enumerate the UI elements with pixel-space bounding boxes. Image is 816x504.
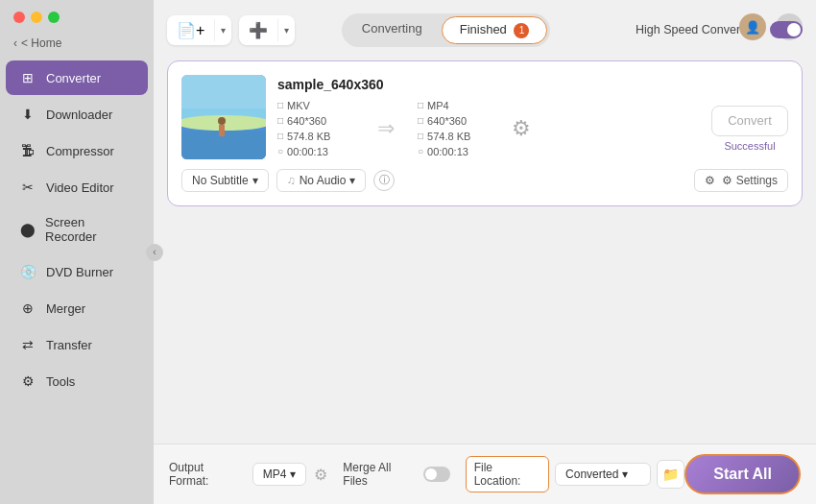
output-size-icon: □ <box>418 131 423 141</box>
input-duration: ○ 00:00:13 <box>277 146 354 157</box>
folder-icon: 📁 <box>662 467 679 482</box>
audio-value: No Audio <box>300 174 347 187</box>
svg-rect-7 <box>181 75 266 108</box>
sidebar-item-video-editor[interactable]: ✂ Video Editor <box>6 170 148 204</box>
plus-icon: ➕ <box>239 15 277 45</box>
svg-rect-6 <box>219 125 225 136</box>
sidebar-item-compressor[interactable]: 🗜 Compressor <box>6 133 148 168</box>
settings-button[interactable]: ⚙ ⚙ Settings <box>694 169 788 192</box>
file-location-chevron-icon: ▾ <box>622 468 628 481</box>
output-resolution: □ 640*360 <box>418 115 494 127</box>
sidebar-item-label: Merger <box>46 301 85 316</box>
sidebar-item-label: Downloader <box>46 108 112 122</box>
sidebar-item-label: Compressor <box>46 144 114 158</box>
svg-point-5 <box>218 117 226 125</box>
user-avatar[interactable]: 👤 <box>739 13 766 40</box>
audio-dropdown[interactable]: ♫ No Audio ▾ <box>276 169 367 192</box>
output-format-value: MP4 <box>427 100 449 111</box>
file-meta: □ MKV □ 640*360 □ 574.8 KB ○ <box>277 100 788 157</box>
start-all-button[interactable]: Start All <box>684 454 801 494</box>
minimize-button[interactable] <box>31 12 42 23</box>
transfer-icon: ⇄ <box>19 336 36 353</box>
sidebar-item-converter[interactable]: ⊞ Converter <box>6 60 148 95</box>
input-resolution-value: 640*360 <box>287 115 326 127</box>
sidebar-item-downloader[interactable]: ⬇ Downloader <box>6 97 148 132</box>
compressor-icon: 🗜 <box>19 142 36 159</box>
audio-chevron-icon: ▾ <box>349 174 355 187</box>
subtitle-dropdown[interactable]: No Subtitle ▾ <box>181 169 269 192</box>
home-link[interactable]: ‹ < Home <box>0 33 154 60</box>
add-chevron-icon: ▾ <box>277 19 295 41</box>
add-file-button[interactable]: 📄+ ▾ <box>167 15 231 45</box>
file-location-value: Converted <box>565 468 618 481</box>
open-folder-button[interactable]: 📁 <box>657 460 684 489</box>
tab-finished-label: Finished <box>460 22 507 36</box>
convert-button[interactable]: Convert <box>711 106 788 136</box>
bottom-left-controls: Output Format: MP4 ▾ ⚙ Merge All Files F… <box>169 456 684 492</box>
sidebar-item-label: Tools <box>46 374 75 389</box>
file-location-label: File Location: <box>466 456 549 492</box>
tools-icon: ⚙ <box>19 372 36 390</box>
format-icon: □ <box>277 100 283 110</box>
output-format-group: Output Format: MP4 ▾ ⚙ <box>169 461 327 488</box>
audio-wave-icon: ♫ <box>287 174 296 187</box>
output-format-select[interactable]: MP4 ▾ <box>252 463 307 486</box>
output-duration: ○ 00:00:13 <box>418 146 494 157</box>
convert-arrow: ⇒ <box>362 116 410 141</box>
dvd-burner-icon: 💿 <box>19 263 36 280</box>
size-icon: □ <box>277 131 283 141</box>
file-info: sample_640x360 □ MKV □ 640*360 □ <box>277 77 788 157</box>
maximize-button[interactable] <box>48 12 60 23</box>
video-editor-icon: ✂ <box>19 179 36 196</box>
traffic-lights <box>0 0 154 33</box>
merge-toggle[interactable] <box>423 467 450 482</box>
add-file-icon: 📄+ <box>167 15 214 45</box>
add-button[interactable]: ➕ ▾ <box>239 15 295 45</box>
main-content: 👤 🔔 📄+ ▾ ➕ ▾ Converting Finished 1 <box>154 0 816 504</box>
settings-label: ⚙ Settings <box>722 174 778 187</box>
converter-icon: ⊞ <box>19 69 36 86</box>
high-speed-toggle[interactable] <box>770 21 803 38</box>
sidebar-item-screen-recorder[interactable]: ⬤ Screen Recorder <box>6 206 148 252</box>
output-settings-icon-area: ⚙ <box>502 116 540 141</box>
screen-recorder-icon: ⬤ <box>19 221 36 238</box>
format-chevron-icon: ▾ <box>290 468 296 481</box>
top-bar: 📄+ ▾ ➕ ▾ Converting Finished 1 High Spee… <box>167 13 803 47</box>
sidebar-item-transfer[interactable]: ⇄ Transfer <box>6 327 148 362</box>
file-location-group: File Location: Converted ▾ 📁 <box>466 456 685 492</box>
sidebar-item-label: Video Editor <box>46 180 114 195</box>
chevron-left-icon: ‹ <box>13 36 17 50</box>
format-select-value: MP4 <box>263 468 287 481</box>
input-meta: □ MKV □ 640*360 □ 574.8 KB ○ <box>277 100 354 157</box>
output-resolution-icon: □ <box>418 115 423 126</box>
sidebar-item-tools[interactable]: ⚙ Tools <box>6 364 148 398</box>
input-format-value: MKV <box>287 100 310 111</box>
sidebar-item-label: DVD Burner <box>46 265 113 279</box>
output-format-label: Output Format: <box>169 461 245 488</box>
collapse-sidebar-button[interactable]: ‹ <box>146 244 163 261</box>
downloader-icon: ⬇ <box>19 106 36 123</box>
output-clock-icon: ○ <box>418 146 423 156</box>
tab-finished[interactable]: Finished 1 <box>442 16 548 44</box>
format-settings-icon[interactable]: ⚙ <box>314 466 327 484</box>
arrow-icon: ⇒ <box>377 116 395 141</box>
close-button[interactable] <box>13 12 25 23</box>
sidebar-item-label: Screen Recorder <box>45 215 134 244</box>
output-format: □ MP4 <box>418 100 494 111</box>
output-gear-icon: ⚙ <box>512 116 531 141</box>
sidebar-item-dvd-burner[interactable]: 💿 DVD Burner <box>6 254 148 289</box>
subtitle-value: No Subtitle <box>192 174 249 187</box>
sidebar-item-label: Converter <box>46 71 101 85</box>
info-button[interactable]: ⓘ <box>373 170 395 191</box>
home-label: < Home <box>21 36 61 50</box>
input-duration-value: 00:00:13 <box>287 146 328 157</box>
tab-converting[interactable]: Converting <box>345 16 440 44</box>
file-location-select[interactable]: Converted ▾ <box>555 463 651 486</box>
tab-group: Converting Finished 1 <box>342 13 551 47</box>
resolution-icon: □ <box>277 115 283 126</box>
output-resolution-value: 640*360 <box>427 115 467 127</box>
file-thumbnail <box>181 75 266 159</box>
conversion-status: Successful <box>724 140 775 152</box>
sidebar-item-merger[interactable]: ⊕ Merger <box>6 291 148 325</box>
file-controls: No Subtitle ▾ ♫ No Audio ▾ ⓘ ⚙ ⚙ Setting… <box>181 169 788 192</box>
